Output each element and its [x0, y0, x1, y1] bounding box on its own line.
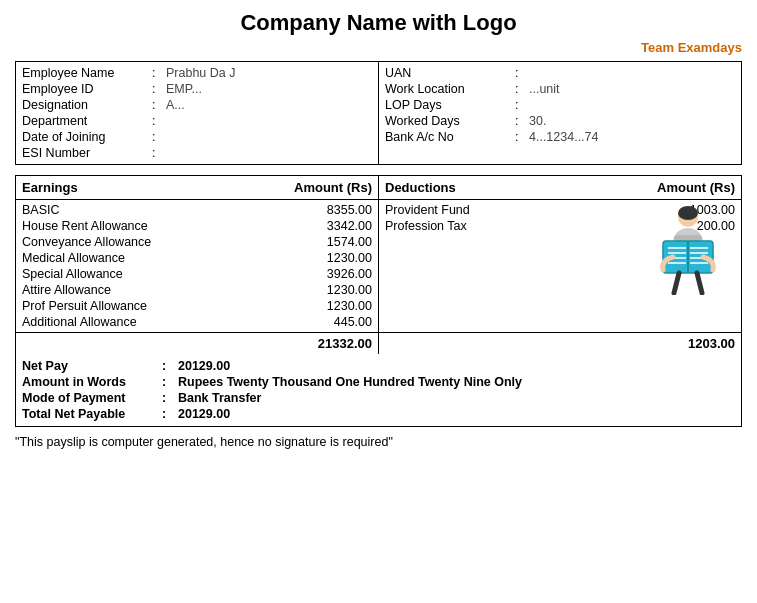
esi-row: ESI Number :: [22, 145, 372, 161]
hra-row: House Rent Allowance 3342.00: [22, 218, 372, 234]
bank-ac-label: Bank A/c No: [385, 130, 515, 144]
deductions-items: Provident Fund 1003.00 Profession Tax 20…: [379, 200, 741, 332]
work-location-label: Work Location: [385, 82, 515, 96]
doj-label: Date of Joining: [22, 130, 152, 144]
bank-ac-value: 4...1234...74: [529, 130, 599, 144]
department-row: Department :: [22, 113, 372, 129]
designation-value: A...: [166, 98, 185, 112]
mode-payment-row: Mode of Payment : Bank Transfer: [22, 390, 735, 406]
basic-amount: 8355.00: [327, 203, 372, 217]
designation-row: Designation : A...: [22, 97, 372, 113]
reading-figure-container: [641, 205, 736, 295]
hra-amount: 3342.00: [327, 219, 372, 233]
company-name: Company Name with Logo: [15, 10, 742, 36]
total-net-payable-label: Total Net Payable: [22, 407, 162, 421]
employee-id-label: Employee ID: [22, 82, 152, 96]
uan-label: UAN: [385, 66, 515, 80]
svg-point-1: [678, 206, 698, 220]
salary-header-row: Earnings Amount (Rs) Deductions Amount (…: [16, 176, 741, 200]
deductions-amount-header: Amount (Rs): [657, 180, 735, 195]
prof-persuit-row: Prof Persuit Allowance 1230.00: [22, 298, 372, 314]
net-pay-section: Net Pay : 20129.00 Amount in Words : Rup…: [16, 354, 741, 426]
deductions-label: Deductions: [385, 180, 456, 195]
employee-id-row: Employee ID : EMP...: [22, 81, 372, 97]
net-pay-label: Net Pay: [22, 359, 162, 373]
earnings-total: 21332.00: [16, 333, 379, 354]
employee-name-row: Employee Name : Prabhu Da J: [22, 65, 372, 81]
medical-row: Medical Allowance 1230.00: [22, 250, 372, 266]
work-location-value: ...unit: [529, 82, 560, 96]
attire-row: Attire Allowance 1230.00: [22, 282, 372, 298]
special-row: Special Allowance 3926.00: [22, 266, 372, 282]
mode-payment-value: Bank Transfer: [178, 391, 261, 405]
basic-label: BASIC: [22, 203, 60, 217]
salary-body: BASIC 8355.00 House Rent Allowance 3342.…: [16, 200, 741, 332]
prof-persuit-amount: 1230.00: [327, 299, 372, 313]
earnings-total-value: 21332.00: [318, 336, 372, 351]
doj-row: Date of Joining :: [22, 129, 372, 145]
bank-ac-row: Bank A/c No : 4...1234...74: [385, 129, 735, 145]
esi-label: ESI Number: [22, 146, 152, 160]
medical-amount: 1230.00: [327, 251, 372, 265]
lop-label: LOP Days: [385, 98, 515, 112]
earnings-header: Earnings Amount (Rs): [16, 176, 379, 199]
earnings-label: Earnings: [22, 180, 78, 195]
hra-label: House Rent Allowance: [22, 219, 148, 233]
medical-label: Medical Allowance: [22, 251, 125, 265]
info-left-column: Employee Name : Prabhu Da J Employee ID …: [16, 62, 379, 164]
earnings-amount-header: Amount (Rs): [294, 180, 372, 195]
conveyance-label: Conveyance Allowance: [22, 235, 151, 249]
additional-row: Additional Allowance 445.00: [22, 314, 372, 330]
employee-id-value: EMP...: [166, 82, 202, 96]
salary-total-row: 21332.00 1203.00: [16, 332, 741, 354]
designation-label: Designation: [22, 98, 152, 112]
employee-info-section: Employee Name : Prabhu Da J Employee ID …: [15, 61, 742, 165]
amount-words-value: Rupees Twenty Thousand One Hundred Twent…: [178, 375, 522, 389]
deductions-total-value: 1203.00: [688, 336, 735, 351]
worked-days-label: Worked Days: [385, 114, 515, 128]
lop-row: LOP Days :: [385, 97, 735, 113]
deductions-header: Deductions Amount (Rs): [379, 176, 741, 199]
amount-words-label: Amount in Words: [22, 375, 162, 389]
basic-row: BASIC 8355.00: [22, 202, 372, 218]
earnings-items: BASIC 8355.00 House Rent Allowance 3342.…: [16, 200, 379, 332]
amount-words-row: Amount in Words : Rupees Twenty Thousand…: [22, 374, 735, 390]
work-location-row: Work Location : ...unit: [385, 81, 735, 97]
pf-label: Provident Fund: [385, 203, 470, 217]
employee-name-label: Employee Name: [22, 66, 152, 80]
uan-row: UAN :: [385, 65, 735, 81]
employee-name-value: Prabhu Da J: [166, 66, 235, 80]
info-row-container: Employee Name : Prabhu Da J Employee ID …: [16, 62, 741, 164]
total-net-payable-row: Total Net Payable : 20129.00: [22, 406, 735, 422]
additional-amount: 445.00: [334, 315, 372, 329]
reading-figure-icon: [641, 205, 736, 295]
prof-persuit-label: Prof Persuit Allowance: [22, 299, 147, 313]
prof-tax-label: Profession Tax: [385, 219, 467, 233]
header-section: Company Name with Logo: [15, 10, 742, 36]
total-net-payable-value: 20129.00: [178, 407, 230, 421]
net-pay-value: 20129.00: [178, 359, 230, 373]
attire-amount: 1230.00: [327, 283, 372, 297]
department-label: Department: [22, 114, 152, 128]
mode-payment-label: Mode of Payment: [22, 391, 162, 405]
info-right-column: UAN : Work Location : ...unit LOP Days :…: [379, 62, 741, 164]
special-label: Special Allowance: [22, 267, 123, 281]
deductions-total: 1203.00: [379, 333, 741, 354]
salary-section: Earnings Amount (Rs) Deductions Amount (…: [15, 175, 742, 427]
worked-days-value: 30.: [529, 114, 546, 128]
special-amount: 3926.00: [327, 267, 372, 281]
footer-note: "This payslip is computer generated, hen…: [15, 435, 742, 449]
worked-days-row: Worked Days : 30.: [385, 113, 735, 129]
team-name: Team Examdays: [15, 40, 742, 55]
conveyance-row: Conveyance Allowance 1574.00: [22, 234, 372, 250]
additional-label: Additional Allowance: [22, 315, 137, 329]
attire-label: Attire Allowance: [22, 283, 111, 297]
conveyance-amount: 1574.00: [327, 235, 372, 249]
net-pay-row: Net Pay : 20129.00: [22, 358, 735, 374]
